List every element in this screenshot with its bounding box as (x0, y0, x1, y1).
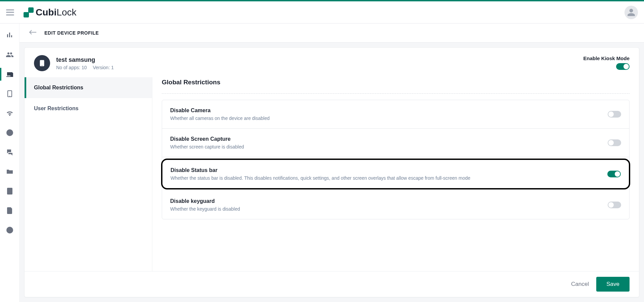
sidebar-devices[interactable] (5, 70, 14, 79)
user-icon (627, 8, 636, 17)
cancel-button[interactable]: Cancel (571, 281, 589, 288)
back-button[interactable] (29, 30, 37, 36)
svg-point-4 (9, 231, 10, 232)
tab-global-restrictions[interactable]: Global Restrictions (25, 77, 152, 98)
block-icon (6, 129, 14, 137)
kiosk-mode-toggle[interactable] (616, 63, 630, 70)
profile-apps-count: No of apps: 10 (56, 65, 87, 70)
profile-meta: No of apps: 10 Version: 1 (56, 65, 118, 70)
wrench-file-icon (6, 187, 14, 195)
sidebar-wifi[interactable] (5, 109, 14, 118)
brand-logo[interactable]: CubiLock (24, 7, 76, 18)
setting-description: Whether the keyguard is disabled (170, 206, 608, 212)
profile-name: test samsung (56, 56, 118, 63)
brand-icon (24, 7, 34, 17)
folder-icon (6, 168, 14, 176)
section-title: Global Restrictions (162, 77, 630, 94)
sidebar-folder[interactable] (5, 167, 14, 176)
profile-card: test samsung No of apps: 10 Version: 1 E… (24, 47, 639, 297)
breadcrumb-title: EDIT DEVICE PROFILE (44, 30, 99, 36)
setting-title: Disable Screen Capture (170, 136, 608, 142)
sidebar-config[interactable] (5, 187, 14, 196)
bar-chart-icon (6, 31, 14, 39)
setting-description: Whether the status bar is disabled. This… (171, 175, 607, 181)
sidebar-dashboard[interactable] (5, 31, 14, 40)
sidebar-mobile[interactable] (5, 89, 14, 98)
kiosk-mode-label: Enable Kiosk Mode (583, 55, 630, 61)
breadcrumb-bar: EDIT DEVICE PROFILE (20, 24, 644, 43)
setting-title: Disable Status bar (171, 167, 607, 173)
arrow-left-icon (29, 30, 37, 35)
menu-toggle-button[interactable] (6, 9, 14, 15)
chat-icon (6, 148, 14, 156)
setting-toggle[interactable] (608, 111, 621, 118)
user-avatar[interactable] (624, 6, 638, 19)
setting-toggle[interactable] (607, 171, 621, 177)
setting-description: Whether screen capture is disabled (170, 144, 608, 149)
sidebar-docs[interactable] (5, 206, 14, 215)
settings-list: Disable CameraWhether all cameras on the… (162, 100, 630, 219)
profile-version: Version: 1 (93, 65, 114, 70)
sidebar-help[interactable] (5, 226, 14, 234)
setting-row: Disable Screen CaptureWhether screen cap… (162, 129, 629, 157)
setting-toggle[interactable] (608, 202, 621, 208)
setting-row: Disable Status barWhether the status bar… (161, 159, 630, 189)
users-icon (6, 51, 14, 59)
settings-panel: Global Restrictions Disable CameraWhethe… (152, 77, 639, 271)
device-avatar (34, 55, 50, 71)
profile-header: test samsung No of apps: 10 Version: 1 E… (25, 48, 639, 77)
sidebar-block[interactable] (5, 128, 14, 137)
sidebar-users[interactable] (5, 50, 14, 59)
setting-description: Whether all cameras on the device are di… (170, 116, 608, 121)
sidebar-nav (0, 24, 20, 302)
tab-user-restrictions[interactable]: User Restrictions (25, 98, 152, 119)
card-footer: Cancel Save (25, 271, 639, 297)
brand-name: CubiLock (36, 7, 76, 18)
setting-title: Disable Camera (170, 107, 608, 114)
setting-title: Disable keyguard (170, 198, 608, 204)
phone-icon (38, 59, 46, 67)
setting-toggle[interactable] (608, 139, 621, 146)
help-icon (6, 226, 14, 234)
settings-tabs: Global RestrictionsUser Restrictions (25, 77, 152, 271)
wifi-icon (6, 109, 14, 117)
setting-row: Disable keyguardWhether the keyguard is … (162, 191, 629, 219)
setting-row: Disable CameraWhether all cameras on the… (162, 100, 629, 129)
devices-icon (6, 70, 14, 78)
sidebar-chat[interactable] (5, 148, 14, 157)
mobile-icon (6, 90, 14, 98)
app-header: CubiLock (0, 1, 644, 24)
document-icon (6, 207, 14, 215)
save-button[interactable]: Save (596, 277, 630, 292)
